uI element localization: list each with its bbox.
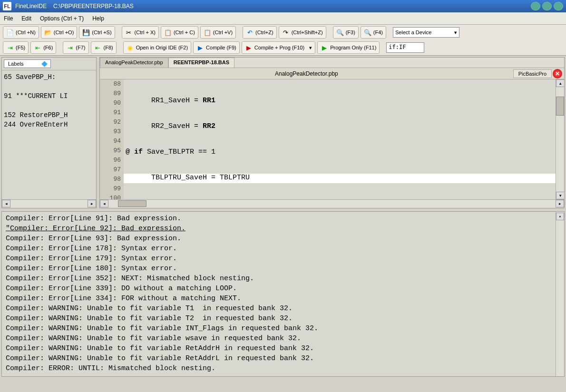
sidebar-hscroll[interactable]: ◂ ▸ xyxy=(2,199,96,208)
f6-label: (F6) xyxy=(43,45,53,50)
scroll-down-icon[interactable]: ▾ xyxy=(556,192,564,199)
outdent-icon: ⇤ xyxy=(34,44,41,51)
output-line: Compiler: Error[Line 93]: Bad expression… xyxy=(6,235,560,245)
chevron-down-icon: ▾ xyxy=(309,45,312,51)
output-line: Compiler: WARNING: Unable to fit variabl… xyxy=(6,344,560,354)
device-select[interactable]: Select a Device▾ xyxy=(393,27,459,38)
line-num: 97 xyxy=(100,166,124,176)
f6-button[interactable]: ⇤(F6) xyxy=(30,41,56,54)
code-area[interactable]: RR1_SaveH = RR1 RR2_SaveH = RR2 @ if Sav… xyxy=(124,79,556,199)
close-button[interactable] xyxy=(554,2,563,10)
output-line: Compiler: WARNING: Unable to fit variabl… xyxy=(6,314,560,324)
labels-list[interactable]: 65 SavePBP_H: 91 ***CURRENT LI 152 Resto… xyxy=(2,70,96,199)
search-next-icon: 🔍 xyxy=(364,29,371,36)
find-label: (F3) xyxy=(346,29,355,35)
copy-icon: 📋 xyxy=(164,29,172,36)
open-ide-button[interactable]: ◉Open in Origi IDE (F2) xyxy=(123,41,191,54)
compile-label: Compile (F9) xyxy=(206,45,236,50)
redo-label: (Ctrl+Shift+Z) xyxy=(292,29,323,35)
line-num: 90 xyxy=(100,99,124,109)
program-only-button[interactable]: ▶Program Only (F11) xyxy=(317,41,380,54)
f5-button[interactable]: ⇥(F5) xyxy=(3,41,29,54)
toolbars: 📄(Ctrl +N) 📂(Ctrl +O) 💾(Ctrl +S) ✂(Ctrl … xyxy=(0,25,566,56)
compile-prog-button[interactable]: ▶Compile + Prog (F10)▾ xyxy=(242,41,315,54)
maximize-button[interactable] xyxy=(542,2,552,10)
scroll-up-icon[interactable]: ▴ xyxy=(556,79,564,87)
findnext-button[interactable]: 🔍(F4) xyxy=(361,26,386,39)
line-num: 92 xyxy=(100,118,124,128)
output-line: Compiler: Error[Line 334]: FOR without a… xyxy=(6,294,560,304)
list-item: 244 OverReEnterH xyxy=(4,121,68,128)
f7-button[interactable]: ⇥(F7) xyxy=(63,41,88,54)
f7-label: (F7) xyxy=(76,45,85,50)
save-label: (Ctrl +S) xyxy=(92,29,111,35)
scroll-left-icon[interactable]: ◂ xyxy=(100,200,108,207)
labels-tab[interactable]: Labels xyxy=(4,59,51,68)
menubar: File Edit Options (Ctrl + T) Help xyxy=(0,12,566,25)
menu-file[interactable]: File xyxy=(4,15,13,22)
undo-button[interactable]: ↶(Ctrl+Z) xyxy=(243,26,277,39)
compile-prog-label: Compile + Prog (F10) xyxy=(254,45,304,50)
f8-label: (F8) xyxy=(104,45,113,50)
f8-button[interactable]: ⇤(F8) xyxy=(91,41,117,54)
editor-vscroll[interactable]: ▴ ▾ xyxy=(556,79,564,199)
list-item: 91 ***CURRENT LI xyxy=(4,92,68,100)
menu-options[interactable]: Options (Ctrl + T) xyxy=(40,15,84,22)
output-vscroll[interactable]: ▴ xyxy=(556,212,564,376)
labels-panel: Labels 65 SavePBP_H: 91 ***CURRENT LI 15… xyxy=(1,57,97,208)
tab-analog[interactable]: AnalogPeakDetector.pbp xyxy=(100,58,168,68)
if-input[interactable]: if:IF xyxy=(386,42,424,53)
search-icon: 🔍 xyxy=(336,29,344,36)
output-line: Compiler: WARNING: Unable to fit variabl… xyxy=(6,324,560,334)
play-green-icon: ▶ xyxy=(321,44,328,51)
editor: AnalogPeakDetector.pbp REENTERPBP-18.BAS… xyxy=(99,57,565,208)
scroll-up-icon[interactable]: ▴ xyxy=(556,213,564,220)
play-red-icon: ▶ xyxy=(245,44,253,51)
scroll-right-icon[interactable]: ▸ xyxy=(88,200,96,207)
close-tab-button[interactable]: ✕ xyxy=(553,69,562,78)
scroll-left-icon[interactable]: ◂ xyxy=(2,200,10,207)
chevron-down-icon: ▾ xyxy=(454,29,457,36)
output-line: Compiler: Error[Line 339]: DO without a … xyxy=(6,284,560,294)
copy-label: (Ctrl + C) xyxy=(174,29,195,35)
scroll-thumb[interactable] xyxy=(556,97,564,116)
menu-edit[interactable]: Edit xyxy=(21,15,31,22)
find-button[interactable]: 🔍(F3) xyxy=(333,26,359,39)
file-path: C:\PBP\REENTERPBP-18.BAS xyxy=(53,3,134,10)
line-num: 100 xyxy=(100,195,124,199)
open-button[interactable]: 📂(Ctrl +O) xyxy=(41,26,77,39)
paste-button[interactable]: 📋(Ctrl +V) xyxy=(200,26,236,39)
menu-help[interactable]: Help xyxy=(92,15,104,22)
app-name: FineLineIDE xyxy=(15,3,47,10)
minimize-button[interactable] xyxy=(531,2,540,10)
line-num: 98 xyxy=(100,176,124,185)
cut-label: (Ctrl + X) xyxy=(135,29,156,35)
app-icon: FL xyxy=(3,2,11,10)
new-label: (Ctrl +N) xyxy=(16,29,36,35)
new-button[interactable]: 📄(Ctrl +N) xyxy=(3,26,39,39)
undo-label: (Ctrl+Z) xyxy=(255,29,273,35)
diamond-icon xyxy=(42,61,48,67)
scroll-right-icon[interactable]: ▸ xyxy=(556,200,564,207)
output-line: Compiler: Error[Line 91]: Bad expression… xyxy=(6,215,560,225)
line-num: 95 xyxy=(100,147,124,157)
scroll-thumb[interactable] xyxy=(118,200,146,207)
code-line-current: TBLPTRU_SaveH = TBLPTRU xyxy=(124,174,556,183)
tab-reenter[interactable]: REENTERPBP-18.BAS xyxy=(168,58,234,68)
cut-icon: ✂ xyxy=(125,29,133,36)
line-num: 94 xyxy=(100,137,124,147)
output-panel[interactable]: Compiler: Error[Line 91]: Bad expression… xyxy=(1,211,565,377)
redo-icon: ↷ xyxy=(282,29,290,36)
save-button[interactable]: 💾(Ctrl +S) xyxy=(79,26,115,39)
format2-icon: ⇤ xyxy=(94,44,102,51)
code-line: RR2_SaveH = RR2 xyxy=(124,122,556,132)
editor-title: AnalogPeakDetector.pbp xyxy=(100,70,513,77)
editor-lang[interactable]: PicBasicPro xyxy=(513,69,552,78)
open-icon: 📂 xyxy=(44,29,52,36)
compile-button[interactable]: ▶Compile (F9) xyxy=(193,41,240,54)
editor-hscroll[interactable]: ◂ ▸ xyxy=(100,199,564,208)
copy-button[interactable]: 📋(Ctrl + C) xyxy=(161,26,198,39)
device-label: Select a Device xyxy=(395,29,431,35)
redo-button[interactable]: ↷(Ctrl+Shift+Z) xyxy=(279,26,326,39)
cut-button[interactable]: ✂(Ctrl + X) xyxy=(122,26,159,39)
